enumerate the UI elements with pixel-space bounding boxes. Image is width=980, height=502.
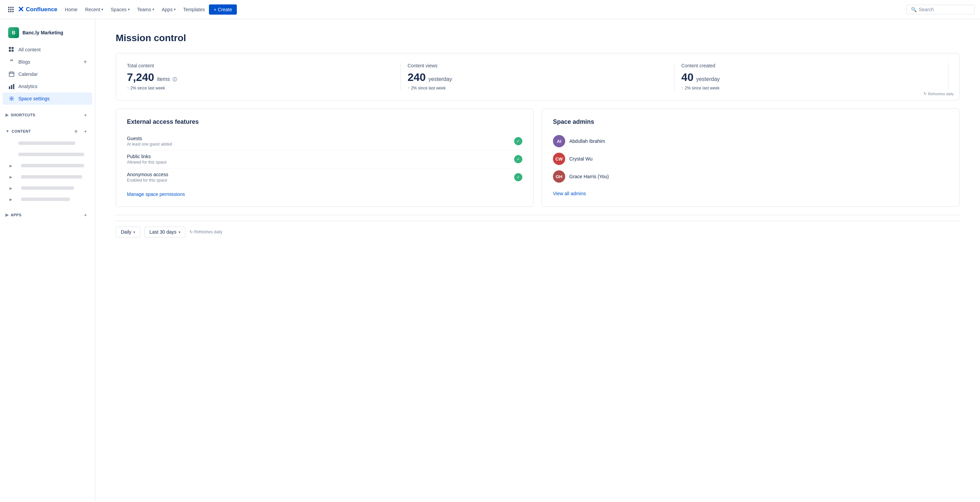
tree-item[interactable]: ▶: [3, 183, 92, 194]
content-actions: ≡ +: [72, 127, 89, 135]
content-created-stat: Content created 40 yesterday ↑ 2% since …: [675, 63, 948, 91]
svg-rect-13: [9, 72, 14, 76]
section-divider: [116, 215, 959, 215]
nav-templates[interactable]: Templates: [180, 5, 208, 14]
search-bar[interactable]: 🔍 Search: [907, 5, 975, 14]
sidebar-space-header[interactable]: B Banc.ly Marketing: [3, 24, 92, 41]
bottom-refresh-note: ↻ Refreshes daily: [189, 230, 223, 234]
grid-icon: [8, 46, 15, 53]
chevron-down-icon: ▾: [102, 8, 103, 11]
content-created-change: ↑ 2% since last week: [681, 86, 941, 91]
info-icon[interactable]: ⓘ: [172, 76, 177, 83]
analytics-icon: [8, 83, 15, 90]
add-shortcut-icon[interactable]: +: [81, 111, 89, 119]
calendar-icon: [8, 71, 15, 78]
tree-item[interactable]: ▶: [3, 194, 92, 205]
total-content-change: ↑ 2% since last week: [127, 86, 394, 91]
nav-recent[interactable]: Recent ▾: [82, 5, 107, 14]
sidebar-item-space-settings[interactable]: Space settings: [3, 92, 92, 105]
nav-spaces[interactable]: Spaces ▾: [107, 5, 133, 14]
content-section: ▼ CONTENT ≡ + ▶ ▶: [0, 125, 95, 205]
admin-item-grace: GH Grace Harris (You): [553, 168, 948, 185]
cards-row: External access features Guests At least…: [116, 108, 959, 207]
chevron-down-icon: ▾: [128, 8, 130, 11]
view-all-admins-link[interactable]: View all admins: [553, 191, 586, 196]
chevron-right-icon: ▶: [8, 174, 14, 180]
nav-apps[interactable]: Apps ▾: [158, 5, 179, 14]
public-links-access-item: Public links Allowed for this space ✓: [127, 150, 522, 168]
svg-rect-8: [12, 11, 14, 12]
add-app-icon[interactable]: +: [81, 211, 89, 219]
chevron-right-icon: ▶: [5, 113, 8, 118]
chevron-down-icon: ▾: [134, 230, 135, 234]
sidebar-item-blogs[interactable]: " Blogs +: [3, 56, 92, 68]
admin-avatar-crystal: CW: [553, 153, 565, 165]
chevron-down-icon: ▼: [5, 129, 10, 133]
tree-item[interactable]: ▶: [3, 160, 92, 171]
content-placeholder: [21, 175, 82, 179]
svg-rect-4: [10, 9, 11, 10]
confluence-logo[interactable]: ✕ Confluence: [18, 5, 57, 14]
svg-rect-18: [11, 85, 12, 89]
content-placeholder: [18, 153, 84, 156]
total-content-label: Total content: [127, 63, 394, 68]
period-filter-button[interactable]: Daily ▾: [116, 227, 140, 237]
content-label: ▼ CONTENT: [5, 129, 31, 133]
guests-desc: At least one guest added: [127, 142, 172, 146]
svg-point-20: [11, 98, 13, 100]
add-blog-icon[interactable]: +: [84, 59, 87, 65]
sidebar-item-calendar[interactable]: Calendar: [3, 68, 92, 80]
content-views-value: 240 yesterday: [408, 71, 668, 84]
svg-rect-19: [13, 84, 14, 89]
nav-items: Home Recent ▾ Spaces ▾ Teams ▾ Apps ▾ Te…: [62, 5, 905, 14]
content-placeholder: [18, 141, 75, 145]
main-content: Mission control Total content 7,240 item…: [95, 19, 980, 502]
chevron-right-icon: ▶: [5, 213, 8, 217]
guests-check-icon: ✓: [514, 137, 522, 145]
manage-permissions-link[interactable]: Manage space permissions: [127, 191, 185, 197]
tree-item[interactable]: [3, 138, 92, 149]
sidebar-item-analytics[interactable]: Analytics: [3, 80, 92, 92]
filter-icon[interactable]: ≡: [72, 127, 80, 135]
content-section-header[interactable]: ▼ CONTENT ≡ +: [3, 125, 92, 137]
refresh-icon: ↻: [924, 92, 927, 96]
content-placeholder: [21, 186, 74, 190]
space-admins-card: Space admins AI Abdullah Ibrahim CW Crys…: [542, 108, 959, 207]
svg-rect-17: [9, 86, 10, 89]
anonymous-check-icon: ✓: [514, 173, 522, 181]
logo-x-icon: ✕: [18, 5, 24, 14]
anonymous-label: Anonymous access: [127, 172, 168, 177]
range-filter-button[interactable]: Last 30 days ▾: [144, 227, 185, 237]
tree-item[interactable]: ▶: [3, 172, 92, 182]
create-button[interactable]: + Create: [209, 5, 237, 14]
grid-icon[interactable]: [5, 4, 16, 15]
space-name: Banc.ly Marketing: [22, 30, 63, 35]
space-admins-title: Space admins: [553, 118, 948, 126]
shortcuts-section-header[interactable]: ▶ SHORTCUTS +: [3, 109, 92, 121]
add-content-icon[interactable]: +: [81, 127, 89, 135]
apps-section-header[interactable]: ▶ APPS +: [3, 209, 92, 221]
refresh-icon: ↻: [189, 230, 193, 234]
svg-rect-12: [11, 50, 14, 52]
admin-item-abdullah: AI Abdullah Ibrahim: [553, 132, 948, 150]
nav-teams[interactable]: Teams ▾: [134, 5, 158, 14]
anonymous-desc: Enabled for this space: [127, 178, 168, 183]
chevron-right-icon: ▶: [8, 197, 14, 202]
tree-item[interactable]: [3, 149, 92, 160]
search-placeholder: Search: [919, 7, 934, 12]
content-views-label: Content views: [408, 63, 668, 68]
external-access-title: External access features: [127, 118, 522, 126]
content-created-label: Content created: [681, 63, 941, 68]
svg-rect-11: [9, 50, 11, 52]
sidebar-item-all-content[interactable]: All content: [3, 43, 92, 56]
svg-rect-6: [8, 11, 10, 12]
svg-rect-9: [9, 47, 11, 49]
sidebar: B Banc.ly Marketing All content " Blogs …: [0, 19, 95, 502]
top-navigation: ✕ Confluence Home Recent ▾ Spaces ▾ Team…: [0, 0, 980, 19]
apps-actions: +: [81, 211, 89, 219]
chevron-right-icon: ▶: [8, 185, 14, 191]
chevron-down-icon: ▾: [179, 230, 180, 234]
arrow-up-icon: ↑: [681, 86, 683, 91]
nav-home[interactable]: Home: [62, 5, 81, 14]
refreshes-label: ↻ Refreshes daily: [924, 92, 954, 96]
